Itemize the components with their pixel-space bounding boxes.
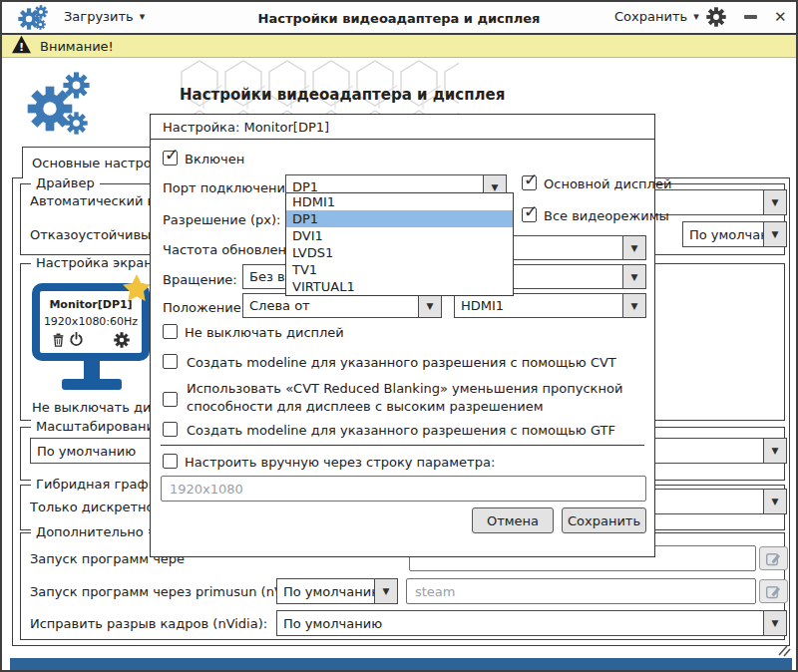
advanced-row2-input[interactable] [406,578,756,604]
trash-icon[interactable] [52,333,65,350]
cvt-checkbox[interactable] [163,354,178,369]
resolution-label: Разрешение (px): [163,212,280,227]
cancel-button-label: Отмена [487,513,539,528]
dropdown-arrow-icon[interactable]: ▼ [374,579,397,603]
cvt-rb-label: Использовать «CVT Reduced Blanking» умен… [187,380,645,416]
app-window: Загрузить ▾ Настройки видеоадаптера и ди… [0,0,798,672]
star-icon [122,273,152,306]
check-icon: ✓ [524,201,538,221]
tab-main-settings[interactable]: Основные настройки [22,147,154,178]
advanced-row2-label: Запуск программ через primusun (nVidia): [30,584,315,599]
enabled-checkbox[interactable]: ✓ [163,151,178,166]
primary-display-checkbox[interactable]: ✓ [522,175,537,190]
monitor-base [62,379,122,390]
warning-icon: ! [11,35,32,57]
monitor-stand [84,359,100,381]
port-label: Порт подключения: [163,180,297,195]
monitor-settings-dialog: Настройка: Monitor[DP1] ✓ Включен Порт п… [150,114,655,557]
cancel-button[interactable]: Отмена [472,507,554,533]
titlebar: Загрузить ▾ Настройки видеоадаптера и ди… [2,2,796,35]
pencil-icon [765,583,782,600]
minimize-icon[interactable] [744,15,757,19]
position-label: Положение: [163,300,245,315]
dialog-titlebar: Настройка: Monitor[DP1] [151,115,654,140]
position-relation-select[interactable]: Слева от ▼ [242,293,442,318]
port-option-selected[interactable]: DP1 [286,210,513,227]
rotation-label: Вращение: [163,272,237,287]
dialog-separator [161,445,644,446]
status-bar [10,658,792,671]
keep-on-checkbox[interactable] [163,324,178,339]
dropdown-arrow-icon[interactable]: ▼ [622,236,645,259]
all-modes-label: Все видеорежимы [544,208,669,223]
advanced-row2-edit-button[interactable] [759,579,788,603]
cvt-label: Создать modeline для указанного разрешен… [187,355,616,370]
primary-display-label: Основной дисплей [544,176,671,191]
advanced-row3-select[interactable]: По умолчанию ▼ [276,610,787,636]
driver-failsafe-value: По умолчанию [683,222,763,246]
chevron-down-icon: ▾ [693,10,699,23]
page-title: Настройки видеоадаптера и дисплея [180,86,505,104]
dropdown-arrow-icon[interactable]: ▼ [763,611,786,635]
save-button-label: Сохранить [568,513,640,528]
all-modes-checkbox[interactable]: ✓ [522,207,537,222]
monitor-gear-icon[interactable] [114,332,130,351]
driver-failsafe-select[interactable]: По умолчанию ▼ [682,221,787,247]
warning-text: Внимание! [40,39,114,54]
gtf-label: Создать modeline для указанного разрешен… [187,423,615,438]
advanced-row2-value: По умолчанию [277,579,374,603]
advanced-row3-value: По умолчанию [277,611,763,635]
dropdown-arrow-icon[interactable]: ▼ [622,265,645,288]
dropdown-arrow-icon[interactable]: ▼ [763,490,786,513]
port-option[interactable]: TV1 [286,261,513,278]
position-relation-value: Слева от [243,294,418,317]
port-option[interactable]: DVI1 [286,227,513,244]
port-options-list: HDMI1 DP1 DVI1 LVDS1 TV1 VIRTUAL1 [285,192,514,296]
app-logo-large-icon [27,64,95,143]
dropdown-arrow-icon[interactable]: ▼ [622,294,645,317]
enabled-label: Включен [185,152,244,167]
tab-main-settings-label: Основные настройки [32,156,154,170]
check-icon: ✓ [165,145,179,165]
warning-banner: ! Внимание! [2,35,796,58]
keep-on-label: Не выключать дисплей [185,325,344,340]
port-option[interactable]: LVDS1 [286,244,513,261]
monitor-mode: 1920x1080:60Hz [40,315,142,328]
manual-checkbox[interactable] [163,454,178,469]
dropdown-arrow-icon[interactable]: ▼ [763,439,786,463]
check-icon: ✓ [524,169,538,189]
group-screen-legend: Настройка экрана [31,255,166,270]
group-advanced-legend: Дополнительно [31,524,149,539]
port-option[interactable]: VIRTUAL1 [286,278,513,295]
save-button[interactable]: Сохранить [562,507,646,533]
advanced-row2-select[interactable]: По умолчанию ▼ [276,578,398,604]
power-icon[interactable] [69,332,84,350]
close-icon[interactable]: ✕ [774,8,787,26]
position-target-select[interactable]: HDMI1 ▼ [454,293,646,318]
settings-gear-icon[interactable] [706,7,726,30]
advanced-row3-label: Исправить разрыв кадров (nVidia): [30,616,267,631]
pencil-icon [765,550,782,567]
gtf-checkbox[interactable] [163,422,178,437]
position-target-value: HDMI1 [455,294,622,317]
dropdown-arrow-icon[interactable]: ▼ [418,294,441,317]
cvt-rb-checkbox[interactable] [163,392,178,407]
monitor-widget[interactable]: Monitor[DP1] 1920x1080:60Hz [32,283,152,393]
svg-text:!: ! [19,41,24,54]
dialog-title: Настройка: Monitor[DP1] [163,120,329,135]
dropdown-arrow-icon[interactable]: ▼ [763,190,786,214]
manual-label: Настроить вручную через строку параметра… [185,455,495,470]
dropdown-arrow-icon[interactable]: ▼ [763,222,786,246]
manual-input[interactable] [161,476,646,502]
port-option[interactable]: HDMI1 [286,193,513,210]
save-menu-button[interactable]: Сохранить ▾ [614,9,699,24]
save-menu-label: Сохранить [614,9,687,24]
advanced-row1-edit-button[interactable] [759,546,788,570]
